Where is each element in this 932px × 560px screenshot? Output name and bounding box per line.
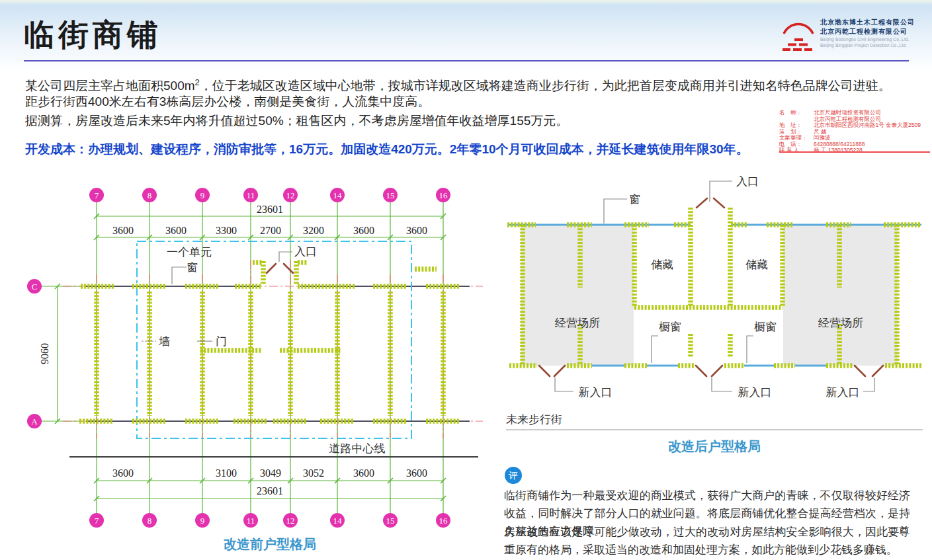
dim-bottom: 3600 [112,467,134,479]
axis-number: 12 [286,190,295,200]
dim-bottom: 3600 [406,467,427,479]
axis-number: 7 [95,190,99,200]
dim-top: 3200 [303,225,324,236]
showcase-leader-2 [747,336,753,363]
label-showcase-2: 橱窗 [754,321,777,333]
company-name-en-1: Beijing Bodongbo Civil Engineering Co.,L… [820,36,926,42]
label-business-1: 经营场所 [554,317,600,329]
label-window: 窗 [629,193,640,206]
dim-bottom: 3052 [303,467,324,479]
axis-number: 11 [247,516,255,526]
dim-bottom: 3100 [216,467,237,479]
intro-line-3: 据测算，房屋改造后未来5年内将升值超过50%；租售区内，不考虑房屋增值年收益增厚… [25,111,905,130]
dim-top: 3600 [112,225,134,236]
dim-top: 3600 [165,225,187,236]
info-label: 名 称： [779,110,814,116]
info-value: 尺 越 [814,129,931,136]
title-divider [24,60,909,61]
label-new-entrance-3: 新入口 [826,386,860,399]
axis-number: 15 [386,516,395,526]
info-value: 北京市朝阳区西坝河南路1号 金泰大厦2509 [814,122,931,129]
axis-number: 14 [333,516,343,526]
dim-bottom: 3049 [260,467,281,479]
floor-plan-before: 7 8 9 11 12 14 15 16 7 8 9 11 12 14 15 1… [20,169,493,560]
dimension-lines [42,216,443,499]
info-row: 地 址：北京市朝阳区西坝河南路1号 金泰大厦2509 [779,122,931,129]
company-logo-icon [781,17,816,53]
dim-top: 3600 [353,225,374,236]
axis-number: 16 [439,516,448,526]
label-road-centerline: 道路中心线 [329,442,386,455]
dim-top: 3300 [216,225,237,236]
new-entrance-leader-3 [863,378,874,391]
superscript-2: 2 [195,77,200,87]
company-name-cn-1: 北京渤东博土木工程有限公司 [820,18,926,27]
caption-after: 改造后户型格局 [668,439,761,454]
axis-number: 12 [286,516,295,526]
hatched-walls [79,261,460,421]
company-name-cn-2: 北京丙乾工程检测有限公司 [820,27,926,36]
entrance-door-swing [267,264,293,273]
info-box-divider [779,151,930,153]
label-unit: 一个单元 [167,246,212,259]
label-showcase-1: 橱窗 [659,321,681,333]
axis-number: 9 [200,516,205,526]
caption-before: 改造前户型格局 [224,537,316,551]
axis-number: 8 [148,190,152,200]
new-entrance-leader-1 [555,378,573,391]
new-entrance-leader-2 [712,378,732,391]
info-label: 联 系 人： [779,147,814,154]
dim-total-bottom: 23601 [257,485,283,497]
axis-number: 15 [386,190,395,200]
intro-line-1-rest: ，位于老城区改造区域中心地带，按城市详规改区域将建造商业步行街，为此把首层变成商… [200,79,891,93]
intro-line-1: 某公司四层主宰占地面积500m2，位于老城区改造区域中心地带，按城市详规改区域将… [25,73,905,92]
business-room-left [521,225,634,366]
label-entrance: 入口 [294,245,317,258]
axis-number: 14 [333,190,343,200]
axis-number: 8 [148,516,152,526]
info-value: 杨 工 13801305228 [814,147,931,154]
label-business-2: 经营场所 [818,317,863,329]
unit-boundary [137,241,411,438]
label-new-entrance-2: 新入口 [738,386,772,399]
page-title: 临街商铺 [24,15,161,56]
label-future-street: 未来步行街 [506,413,562,426]
intro-paragraphs: 某公司四层主宰占地面积500m2，位于老城区改造区域中心地带，按城市详规改区域将… [25,73,905,130]
axis-row-c: C [32,282,38,292]
floor-plan-after: 入口 窗 储藏 储藏 经营场所 经营场所 橱窗 橱窗 新入口 新入口 新入口 未… [499,165,929,456]
publisher-info-box: 名 称：北京尺越时瑞投资有限公司 北京丙乾工程检测有限公司 地 址：北京市朝阳区… [779,110,931,154]
axis-number: 9 [200,190,205,200]
axis-bubbles-top: 7 8 9 11 12 14 15 16 [89,188,450,202]
label-new-entrance-1: 新入口 [579,386,613,399]
info-row: 联 系 人：杨 工 13801305228 [779,147,931,154]
label-storage-2: 储藏 [745,259,768,271]
axis-bubbles-bottom: 7 8 9 11 12 14 15 16 [89,513,450,528]
company-name-en-2: Beijing Bingqian Project Detection Co.,L… [820,42,926,48]
dim-top: 2700 [260,225,281,236]
axis-number: 16 [439,190,448,200]
axis-row-a: A [31,417,38,426]
label-entrance: 入口 [736,175,759,188]
company-names: 北京渤东博土木工程有限公司 北京丙乾工程检测有限公司 Beijing Bodon… [820,18,926,48]
label-wall: 墙 [159,335,170,348]
comment-paragraph-2: 房屋改造应该是尽可能少做改动，过大的改动对房屋结构安全影响很大，因此要尊重原有的… [504,523,910,559]
comment-badge-icon: 评 [505,467,522,484]
window-leader [604,199,627,223]
dim-total-top: 23601 [257,204,283,215]
development-cost-line: 开发成本：办理规划、建设程序，消防审批等，16万元。加固改造420万元。2年零1… [25,141,905,158]
label-storage-1: 储藏 [651,259,673,271]
intro-line-2: 距步行街西400米左右有3栋高层办公楼，南侧是美食街，人流集中度高。 [25,92,905,111]
intro-line-1-text: 某公司四层主宰占地面积500m [25,79,195,93]
dim-height: 9060 [39,343,50,364]
axis-number: 11 [247,190,255,200]
dim-top: 3600 [406,225,427,236]
showcase-leader-1 [652,336,658,363]
window-leader [172,267,187,284]
label-window: 窗 [187,261,198,274]
label-door: 门 [216,335,227,348]
dim-bottom: 3600 [353,467,374,479]
page: 临街商铺 北京渤东博土木工程有限公司 北京丙乾工程检测有限公司 Beijing … [0,0,932,560]
axis-number: 7 [95,516,99,526]
